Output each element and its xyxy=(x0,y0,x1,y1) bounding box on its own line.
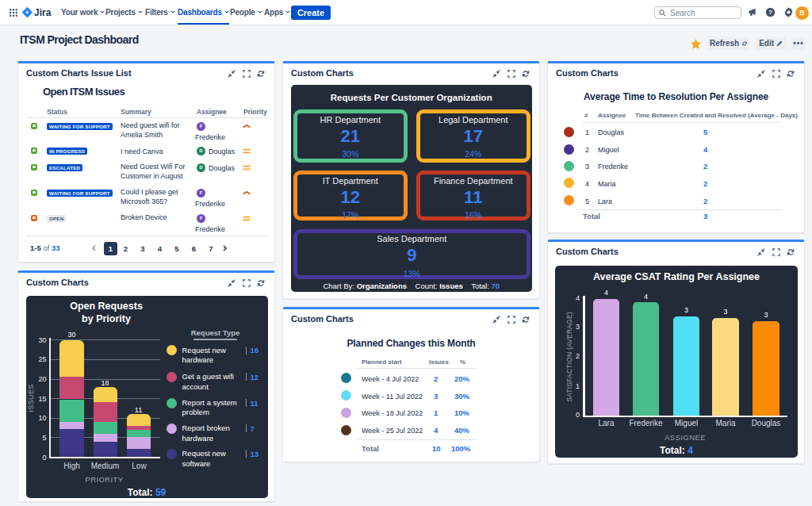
svg-text:?: ? xyxy=(768,9,772,16)
